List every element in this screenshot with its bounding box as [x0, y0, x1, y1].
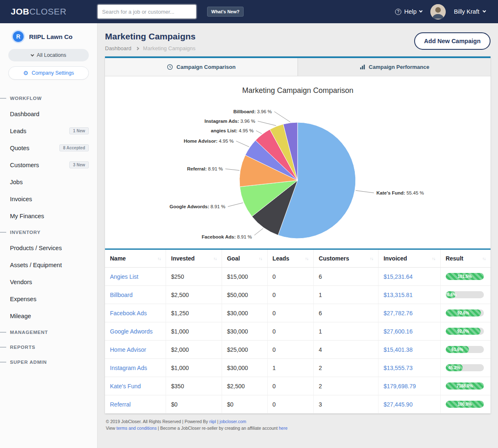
footer-line-2: View terms and conditions | Become a Job… — [106, 426, 490, 431]
breadcrumb-dashboard[interactable]: Dashboard — [105, 45, 132, 51]
col-header-label: Goal — [227, 255, 240, 262]
col-header-invoiced[interactable]: Invoiced↑↓ — [378, 249, 441, 268]
add-new-campaign-button[interactable]: Add New Campaign — [414, 32, 491, 50]
campaign-name-link[interactable]: Facebook Ads — [110, 310, 147, 317]
invoiced-link[interactable]: $27,445.90 — [383, 401, 413, 408]
invoiced-link[interactable]: $27,782.76 — [383, 310, 413, 317]
sidebar-item-label: Mileage — [10, 313, 31, 319]
pie-label-connector — [254, 228, 263, 235]
sort-icon: ↑↓ — [213, 256, 217, 261]
campaign-name-link[interactable]: Home Advisor — [110, 346, 146, 353]
chevron-down-icon — [419, 9, 422, 12]
section-dash — [0, 98, 6, 99]
sidebar-item-label: Dashboard — [10, 111, 39, 117]
pie-label-connector — [274, 112, 290, 122]
company-logo: R — [12, 30, 25, 43]
campaign-name-link[interactable]: Angies List — [110, 273, 138, 280]
invoiced-link[interactable]: $13,555.73 — [383, 365, 413, 371]
cell-goal: $30,000 — [222, 304, 267, 322]
cell: Instagram Ads — [105, 359, 166, 377]
cell: Angies List — [105, 268, 166, 286]
sidebar-item-assets-equipment[interactable]: Assets / Equipment — [0, 256, 97, 273]
cell-goal: $50,000 — [222, 286, 267, 304]
cell-invested: $2,000 — [166, 341, 222, 359]
sidebar-item-vendors[interactable]: Vendors — [0, 273, 97, 290]
company-settings-button[interactable]: ⚙ Company Settings — [8, 66, 89, 80]
pie-label: Facebook Ads: 8.91 % — [202, 234, 252, 239]
company-name: RIIPL Lawn Co — [29, 33, 73, 40]
sidebar-item-products-services[interactable]: Products / Services — [0, 239, 97, 256]
logo-text-bold: JOB — [11, 7, 29, 16]
sidebar-section-workflow[interactable]: WORKFLOW — [0, 90, 97, 105]
invoiced-link[interactable]: $15,401.38 — [383, 346, 413, 353]
footer-separator: | — [216, 419, 220, 424]
whats-new-button[interactable]: What's New? — [207, 7, 244, 17]
sidebar-item-invoices[interactable]: Invoices — [0, 190, 97, 207]
table-row: Referral$0$003$27,445.90100.0% — [105, 395, 491, 414]
cell-invested: $0 — [166, 395, 222, 414]
campaign-name-link[interactable]: Referral — [110, 401, 131, 408]
campaign-name-link[interactable]: Kate's Fund — [110, 383, 141, 390]
invoiced-link[interactable]: $15,231.64 — [383, 273, 413, 280]
gear-icon: ⚙ — [23, 70, 29, 76]
cell-goal: $15,000 — [222, 268, 267, 286]
campaign-name-link[interactable]: Google Adwords — [110, 328, 153, 335]
user-menu[interactable]: Billy Kraft — [454, 8, 486, 15]
col-header-customers[interactable]: Customers↑↓ — [314, 249, 378, 268]
sidebar-section-reports[interactable]: REPORTS — [0, 339, 97, 354]
all-locations-dropdown[interactable]: All Locations — [8, 49, 89, 61]
sidebar-section-management[interactable]: MANAGEMENT — [0, 324, 97, 339]
cell-result: 26.6% — [440, 286, 491, 304]
col-header-result[interactable]: Result↑↓ — [440, 249, 491, 268]
section-label: REPORTS — [10, 345, 35, 350]
cell-leads: 1 — [267, 359, 313, 377]
terms-link[interactable]: terms and conditions — [117, 426, 157, 431]
col-header-name[interactable]: Name↑↓ — [105, 249, 166, 268]
result-bar-label: 100.0% — [446, 401, 484, 408]
result-bar: 7188.0% — [446, 382, 484, 390]
sidebar-item-customers[interactable]: Customers3 New — [0, 156, 97, 173]
topbar: JOBCLOSER What's New? ? Help Billy Kraft — [0, 0, 498, 23]
sort-icon: ↑↓ — [305, 256, 308, 261]
sidebar-item-leads[interactable]: Leads1 New — [0, 122, 97, 139]
pie-label: Instagram Ads: 3.96 % — [205, 119, 255, 124]
search-input[interactable] — [98, 5, 196, 19]
cell-invested: $2,500 — [166, 286, 222, 304]
cell-leads: 0 — [267, 377, 313, 395]
affiliate-link[interactable]: here — [279, 426, 288, 431]
cell: $27,445.90 — [378, 395, 441, 414]
jobcloser-link[interactable]: jobcloser.com — [220, 419, 246, 424]
campaign-name-link[interactable]: Billboard — [110, 292, 132, 298]
tab-campaign-comparison[interactable]: Campaign Comparison — [105, 58, 298, 76]
col-header-invested[interactable]: Invested↑↓ — [166, 249, 222, 268]
campaign-name-link[interactable]: Instagram Ads — [110, 365, 147, 371]
sidebar-item-jobs[interactable]: Jobs — [0, 173, 97, 190]
help-label: Help — [404, 8, 417, 15]
sidebar-item-mileage[interactable]: Mileage — [0, 307, 97, 324]
help-menu[interactable]: ? Help — [395, 8, 422, 15]
col-header-leads[interactable]: Leads↑↓ — [267, 249, 313, 268]
sidebar-section-inventory[interactable]: INVENTORY — [0, 224, 97, 239]
tab-campaign-performance[interactable]: Campaign Performance — [298, 58, 491, 76]
invoiced-link[interactable]: $27,600.16 — [383, 328, 413, 335]
sidebar-item-dashboard[interactable]: Dashboard — [0, 105, 97, 122]
sidebar-item-label: Expenses — [10, 296, 37, 302]
avatar[interactable] — [430, 4, 446, 19]
invoiced-link[interactable]: $13,315.81 — [383, 292, 413, 298]
result-bar: 26.6% — [446, 291, 484, 298]
campaigns-table: Name↑↓Invested↑↓Goal↑↓Leads↑↓Customers↑↓… — [105, 248, 491, 414]
sidebar-item-expenses[interactable]: Expenses — [0, 290, 97, 307]
sidebar-item-label: Vendors — [10, 279, 32, 285]
sidebar-item-my-finances[interactable]: My Finances — [0, 207, 97, 224]
sidebar-item-label: Customers — [10, 162, 39, 168]
riipl-link[interactable]: riipl — [209, 419, 216, 424]
section-dash — [0, 347, 6, 348]
invoiced-link[interactable]: $179,698.79 — [383, 383, 416, 390]
cell-result: 92.0% — [440, 322, 491, 341]
sidebar-item-quotes[interactable]: Quotes8 Accepted — [0, 139, 97, 156]
cell: Facebook Ads — [105, 304, 166, 322]
sidebar-section-super-admin[interactable]: SUPER ADMIN — [0, 354, 97, 369]
app-logo[interactable]: JOBCLOSER — [0, 7, 98, 17]
cell-customers: 6 — [314, 304, 378, 322]
col-header-goal[interactable]: Goal↑↓ — [222, 249, 267, 268]
